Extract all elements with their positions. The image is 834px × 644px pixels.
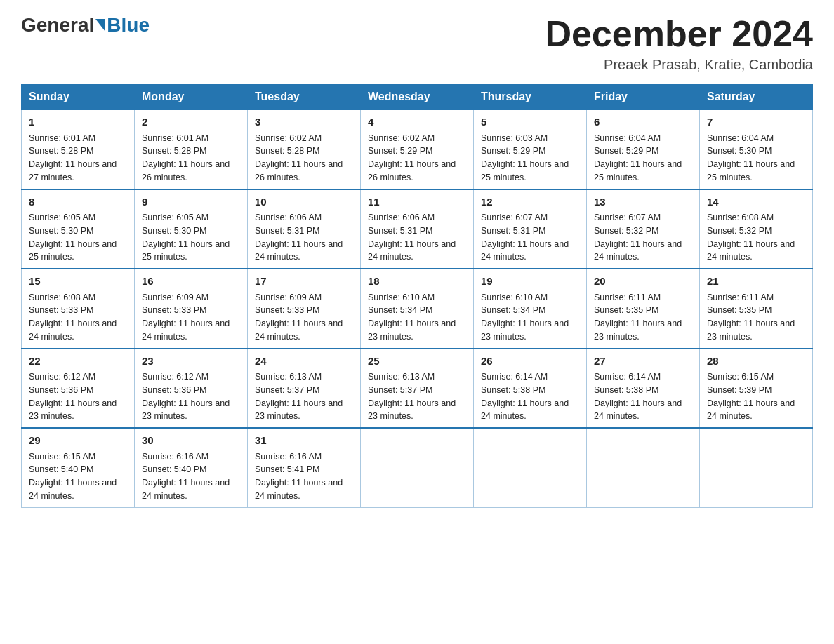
calendar-cell: 19Sunrise: 6:10 AMSunset: 5:34 PMDayligh… [474,269,587,349]
day-number: 14 [707,194,805,210]
daylight-text: Daylight: 11 hours and 24 minutes. [368,239,456,262]
calendar-cell: 10Sunrise: 6:06 AMSunset: 5:31 PMDayligh… [248,189,361,269]
daylight-text: Daylight: 11 hours and 23 minutes. [142,398,230,422]
calendar-cell: 1Sunrise: 6:01 AMSunset: 5:28 PMDaylight… [22,109,135,189]
daylight-text: Daylight: 11 hours and 23 minutes. [707,318,795,342]
sunset-text: Sunset: 5:37 PM [255,385,319,395]
sunrise-text: Sunrise: 6:07 AM [481,213,548,222]
calendar-cell [587,428,700,507]
daylight-text: Daylight: 11 hours and 24 minutes. [255,318,343,342]
day-number: 31 [255,433,353,449]
sunrise-text: Sunrise: 6:02 AM [368,133,435,143]
header-row: SundayMondayTuesdayWednesdayThursdayFrid… [22,85,813,110]
calendar-cell: 3Sunrise: 6:02 AMSunset: 5:28 PMDaylight… [248,109,361,189]
daylight-text: Daylight: 11 hours and 24 minutes. [29,478,117,501]
sunrise-text: Sunrise: 6:03 AM [481,133,548,143]
daylight-text: Daylight: 11 hours and 25 minutes. [707,159,795,182]
sunset-text: Sunset: 5:31 PM [255,226,319,236]
sunset-text: Sunset: 5:29 PM [481,146,545,156]
day-number: 27 [594,354,692,370]
sunrise-text: Sunrise: 6:09 AM [255,293,322,302]
day-number: 6 [594,114,692,130]
sunset-text: Sunset: 5:41 PM [255,464,319,474]
sunset-text: Sunset: 5:39 PM [707,385,772,395]
day-number: 24 [255,354,353,370]
day-header-friday: Friday [587,85,700,110]
sunrise-text: Sunrise: 6:05 AM [29,213,95,222]
calendar-cell: 2Sunrise: 6:01 AMSunset: 5:28 PMDaylight… [135,109,248,189]
calendar-cell: 18Sunrise: 6:10 AMSunset: 5:34 PMDayligh… [361,269,474,349]
calendar-cell: 11Sunrise: 6:06 AMSunset: 5:31 PMDayligh… [361,189,474,269]
sunrise-text: Sunrise: 6:16 AM [142,452,208,462]
daylight-text: Daylight: 11 hours and 23 minutes. [368,318,456,342]
location-text: Preaek Prasab, Kratie, Cambodia [545,57,813,73]
calendar-cell: 29Sunrise: 6:15 AMSunset: 5:40 PMDayligh… [22,428,135,507]
sunset-text: Sunset: 5:29 PM [594,146,658,156]
day-number: 12 [481,194,579,210]
calendar-cell: 26Sunrise: 6:14 AMSunset: 5:38 PMDayligh… [474,349,587,429]
week-row-3: 15Sunrise: 6:08 AMSunset: 5:33 PMDayligh… [22,269,813,349]
sunset-text: Sunset: 5:36 PM [142,385,206,395]
day-number: 11 [368,194,466,210]
week-row-1: 1Sunrise: 6:01 AMSunset: 5:28 PMDaylight… [22,109,813,189]
daylight-text: Daylight: 11 hours and 24 minutes. [29,318,117,342]
day-number: 15 [29,274,127,290]
day-number: 17 [255,274,353,290]
daylight-text: Daylight: 11 hours and 23 minutes. [368,398,456,422]
sunrise-text: Sunrise: 6:11 AM [594,293,661,302]
calendar-cell: 28Sunrise: 6:15 AMSunset: 5:39 PMDayligh… [700,349,813,429]
day-number: 10 [255,194,353,210]
day-number: 25 [368,354,466,370]
sunrise-text: Sunrise: 6:06 AM [255,213,322,222]
daylight-text: Daylight: 11 hours and 24 minutes. [255,478,343,501]
calendar-cell [361,428,474,507]
sunset-text: Sunset: 5:38 PM [481,385,545,395]
sunrise-text: Sunrise: 6:13 AM [368,372,435,382]
day-header-sunday: Sunday [22,85,135,110]
sunset-text: Sunset: 5:37 PM [368,385,432,395]
sunset-text: Sunset: 5:33 PM [255,305,319,315]
sunrise-text: Sunrise: 6:16 AM [255,452,322,462]
calendar-cell: 6Sunrise: 6:04 AMSunset: 5:29 PMDaylight… [587,109,700,189]
day-number: 18 [368,274,466,290]
calendar-cell [474,428,587,507]
daylight-text: Daylight: 11 hours and 27 minutes. [29,159,117,182]
day-number: 22 [29,354,127,370]
day-number: 19 [481,274,579,290]
logo-general-text: General [21,14,94,36]
day-number: 4 [368,114,466,130]
calendar-cell: 23Sunrise: 6:12 AMSunset: 5:36 PMDayligh… [135,349,248,429]
day-number: 7 [707,114,805,130]
sunrise-text: Sunrise: 6:06 AM [368,213,435,222]
calendar-cell: 30Sunrise: 6:16 AMSunset: 5:40 PMDayligh… [135,428,248,507]
sunset-text: Sunset: 5:31 PM [368,226,432,236]
calendar-cell: 20Sunrise: 6:11 AMSunset: 5:35 PMDayligh… [587,269,700,349]
week-row-4: 22Sunrise: 6:12 AMSunset: 5:36 PMDayligh… [22,349,813,429]
calendar-cell: 21Sunrise: 6:11 AMSunset: 5:35 PMDayligh… [700,269,813,349]
logo: General Blue [21,14,150,36]
sunset-text: Sunset: 5:28 PM [29,146,93,156]
sunset-text: Sunset: 5:32 PM [707,226,772,236]
day-number: 20 [594,274,692,290]
daylight-text: Daylight: 11 hours and 23 minutes. [29,398,117,422]
daylight-text: Daylight: 11 hours and 24 minutes. [142,478,230,501]
page-header: General Blue December 2024 Preaek Prasab… [21,14,813,73]
day-number: 5 [481,114,579,130]
calendar-cell: 9Sunrise: 6:05 AMSunset: 5:30 PMDaylight… [135,189,248,269]
week-row-2: 8Sunrise: 6:05 AMSunset: 5:30 PMDaylight… [22,189,813,269]
calendar-cell: 13Sunrise: 6:07 AMSunset: 5:32 PMDayligh… [587,189,700,269]
sunrise-text: Sunrise: 6:13 AM [255,372,322,382]
calendar-cell: 5Sunrise: 6:03 AMSunset: 5:29 PMDaylight… [474,109,587,189]
sunrise-text: Sunrise: 6:09 AM [142,293,208,302]
sunrise-text: Sunrise: 6:01 AM [29,133,95,143]
logo-blue-text: Blue [107,14,150,36]
sunset-text: Sunset: 5:38 PM [594,385,658,395]
day-number: 30 [142,433,240,449]
calendar-cell: 4Sunrise: 6:02 AMSunset: 5:29 PMDaylight… [361,109,474,189]
calendar-cell: 17Sunrise: 6:09 AMSunset: 5:33 PMDayligh… [248,269,361,349]
calendar-cell: 15Sunrise: 6:08 AMSunset: 5:33 PMDayligh… [22,269,135,349]
calendar-cell: 8Sunrise: 6:05 AMSunset: 5:30 PMDaylight… [22,189,135,269]
sunrise-text: Sunrise: 6:15 AM [29,452,95,462]
day-number: 23 [142,354,240,370]
sunrise-text: Sunrise: 6:14 AM [594,372,661,382]
